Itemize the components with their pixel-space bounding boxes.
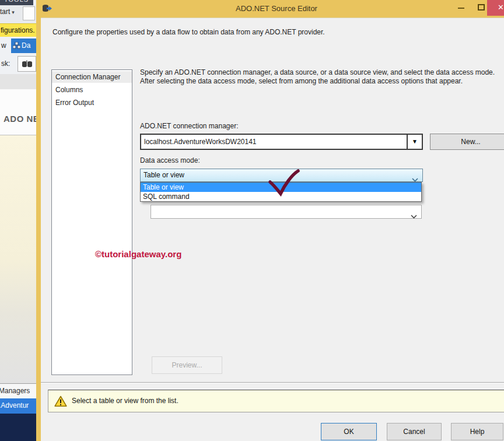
dialog-nav-list: Connection Manager Columns Error Output bbox=[51, 69, 132, 375]
vs-statusbar-fragment bbox=[0, 414, 36, 441]
component-title: ADO NET bbox=[4, 114, 36, 124]
table-name-combobox[interactable] bbox=[150, 205, 422, 219]
dropdown-arrow-icon[interactable]: ▼ bbox=[407, 135, 422, 149]
connection-manager-label: ADO.NET connection manager: bbox=[140, 122, 239, 130]
toolbar-button-fragment[interactable] bbox=[23, 6, 35, 20]
preview-button: Preview... bbox=[152, 356, 222, 374]
vs-gap bbox=[0, 74, 36, 89]
tools-menu-label: TOOLS bbox=[4, 0, 29, 3]
warning-message: Select a table or view from the list. bbox=[72, 397, 178, 405]
start-button[interactable]: tart▾ bbox=[0, 8, 15, 16]
ok-button[interactable]: OK bbox=[321, 423, 377, 440]
vs-menu-bar-fragment: TOOLS bbox=[0, 0, 33, 5]
task-database-icon[interactable] bbox=[18, 56, 36, 72]
vs-background-strip: TOOLS tart▾ figurations. w Da sk: ADO NE… bbox=[0, 0, 36, 441]
connection-manager-combobox[interactable]: localhost.AdventureWorksDW20141 ▼ bbox=[140, 134, 423, 150]
ado-net-component-fragment: ADO NET bbox=[0, 89, 36, 135]
dialog-title: ADO.NET Source Editor bbox=[36, 0, 504, 17]
minimize-icon bbox=[458, 8, 464, 9]
dialog-description: Configure the properties used by a data … bbox=[52, 28, 325, 36]
maximize-icon bbox=[478, 4, 485, 10]
chevron-down-icon bbox=[411, 211, 417, 221]
configurations-dropdown-fragment[interactable]: figurations. bbox=[0, 23, 36, 37]
connection-managers-panel-fragment: Managers bbox=[0, 383, 36, 398]
close-icon: ✕ bbox=[498, 3, 504, 12]
nav-item-error-output[interactable]: Error Output bbox=[52, 97, 132, 108]
nav-item-columns[interactable]: Columns bbox=[52, 84, 132, 96]
close-button[interactable]: ✕ bbox=[487, 0, 504, 16]
view-label-fragment: w bbox=[1, 41, 6, 50]
warning-triangle-icon bbox=[54, 396, 67, 410]
connection-manager-value: localhost.AdventureWorksDW20141 bbox=[144, 135, 257, 149]
data-access-mode-value: Table or view bbox=[144, 169, 184, 181]
minimize-button[interactable] bbox=[453, 0, 470, 16]
nav-item-connection-manager[interactable]: Connection Manager bbox=[52, 71, 132, 83]
watermark-text: ©tutorialgateway.org bbox=[95, 249, 181, 259]
data-flow-cubes-icon bbox=[13, 42, 20, 49]
chevron-down-icon: ▾ bbox=[12, 9, 15, 15]
vs-task-row: sk: bbox=[0, 54, 36, 74]
cancel-button[interactable]: Cancel bbox=[387, 423, 442, 440]
task-label-fragment: sk: bbox=[1, 60, 10, 68]
data-access-mode-label: Data access mode: bbox=[140, 156, 200, 164]
divider bbox=[41, 382, 504, 383]
connection-manager-item-fragment[interactable]: .Adventur bbox=[0, 398, 36, 414]
screenshot-root: TOOLS tart▾ figurations. w Da sk: ADO NE… bbox=[0, 0, 504, 441]
instruction-text: Specify an ADO.NET connection manager, a… bbox=[140, 68, 504, 86]
dialog-body: Configure the properties used by a data … bbox=[41, 18, 504, 441]
data-flow-tab[interactable]: Da bbox=[11, 38, 36, 53]
vs-toolbar-row: tart▾ bbox=[0, 5, 36, 23]
help-button[interactable]: Help bbox=[451, 423, 503, 440]
warning-panel: Select a table or view from the list. bbox=[48, 390, 504, 412]
vs-tab-row: w Da bbox=[0, 37, 36, 54]
design-surface-fragment bbox=[0, 135, 36, 383]
dialog-titlebar: ADO.NET Source Editor ✕ bbox=[36, 0, 504, 18]
annotation-checkmark bbox=[265, 166, 306, 201]
new-button[interactable]: New... bbox=[430, 134, 504, 150]
ado-net-source-editor-dialog: ADO.NET Source Editor ✕ Configure the pr… bbox=[36, 0, 504, 441]
